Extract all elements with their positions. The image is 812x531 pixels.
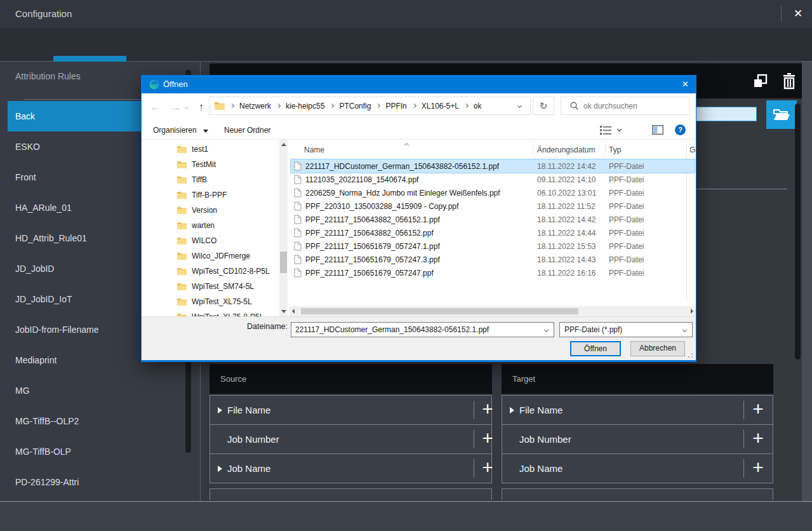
- content-scrollbar[interactable]: [795, 104, 801, 360]
- sidebar-item-mg[interactable]: MG: [0, 375, 201, 406]
- tree-folder[interactable]: WpiTest_XL75-5L: [177, 294, 252, 309]
- dialog-cancel-button[interactable]: Abbrechen: [630, 341, 685, 356]
- row-divider: [743, 459, 744, 478]
- scroll-right-icon[interactable]: [691, 309, 693, 314]
- tree-folder[interactable]: Version: [177, 203, 217, 218]
- resize-grip[interactable]: [688, 353, 693, 358]
- file-row[interactable]: 2206259_Norma_Hdz Jumbo mit Einleger Wei…: [291, 186, 695, 199]
- dialog-titlebar[interactable]: Öffnen ✕: [142, 76, 696, 93]
- tree-folder[interactable]: test1: [177, 142, 208, 157]
- breadcrumb-ptconfig[interactable]: PTConfig: [339, 102, 371, 111]
- tree-folder[interactable]: WpiTest_CD102-8-P5L: [177, 264, 270, 279]
- sidebar-item-mg-tiffb-olp2[interactable]: MG-TiffB--OLP2: [0, 406, 201, 436]
- tree-folder[interactable]: WpiTest_XL75-8-P5L: [177, 309, 263, 316]
- folder-label: warten: [192, 221, 215, 230]
- tree-folder[interactable]: warten: [177, 218, 215, 233]
- sidebar-item-mg-tiffb-olp[interactable]: MG-TiffB-OLP: [0, 436, 201, 467]
- add-icon[interactable]: +: [747, 399, 769, 420]
- recent-locations-icon[interactable]: [185, 105, 189, 109]
- folder-label: WpiTest_XL75-5L: [192, 297, 252, 306]
- source-row-file-name[interactable]: File Name +: [210, 395, 492, 425]
- preview-pane-icon[interactable]: [652, 125, 663, 135]
- folder-icon: [177, 222, 187, 229]
- column-separator[interactable]: [605, 143, 606, 157]
- trash-icon[interactable]: [782, 73, 798, 90]
- expand-arrow-icon[interactable]: [218, 407, 222, 413]
- tree-folder[interactable]: TestMit: [177, 157, 216, 172]
- organize-button[interactable]: Organisieren: [153, 126, 208, 135]
- file-row[interactable]: 221117_HDCustomer_German_150643882-05615…: [291, 159, 695, 173]
- close-icon[interactable]: ✕: [787, 0, 809, 28]
- file-icon: [294, 175, 302, 184]
- file-row[interactable]: PPF_220310_135003288_415909 - Copy.ppf 1…: [291, 199, 695, 213]
- refresh-icon[interactable]: ↻: [533, 97, 554, 115]
- filename-input[interactable]: [291, 323, 537, 337]
- add-icon[interactable]: +: [477, 399, 498, 420]
- expand-arrow-icon[interactable]: [218, 466, 222, 472]
- target-row-file-name[interactable]: File Name +: [502, 395, 773, 425]
- target-row-job-name[interactable]: Job Name +: [502, 454, 773, 483]
- search-box[interactable]: [561, 97, 690, 115]
- tree-folder[interactable]: TiffB: [177, 172, 207, 187]
- add-icon[interactable]: +: [747, 428, 769, 450]
- tree-scrollbar[interactable]: [279, 140, 288, 316]
- add-icon[interactable]: +: [747, 457, 769, 479]
- filename-dropdown-icon[interactable]: [544, 328, 549, 332]
- breadcrumb-ok[interactable]: ok: [474, 102, 482, 111]
- column-header-size[interactable]: Gr: [689, 142, 698, 158]
- breadcrumb-ppfin[interactable]: PPFIn: [385, 102, 406, 111]
- search-input[interactable]: [583, 102, 679, 111]
- scroll-left-icon[interactable]: [292, 309, 295, 314]
- breadcrumb-xl106[interactable]: XL106-5+L: [422, 102, 459, 111]
- filetype-combo[interactable]: PPF-Datei (*.ppf): [559, 322, 693, 337]
- target-row-job-number[interactable]: Job Number +: [502, 424, 773, 454]
- view-dropdown-icon[interactable]: [617, 127, 622, 131]
- address-bar[interactable]: Netzwerk kie-heipc55 PTConfig PPFIn XL10…: [209, 97, 531, 115]
- add-icon[interactable]: +: [477, 457, 498, 479]
- view-list-icon[interactable]: [600, 125, 611, 135]
- file-row[interactable]: PPF_221117_150651679_057247.1.ppf 18.11.…: [291, 239, 695, 253]
- dialog-body: test1 TestMit TiffB Tiff-B-PPF Version w…: [142, 140, 696, 316]
- add-icon[interactable]: +: [477, 428, 498, 450]
- tree-scroll-thumb[interactable]: [280, 252, 287, 273]
- help-icon[interactable]: ?: [675, 124, 686, 135]
- file-row[interactable]: PPF_221117_150643882_056152.ppf 18.11.20…: [291, 226, 695, 239]
- breadcrumb-kie-heipc55[interactable]: kie-heipc55: [286, 102, 324, 111]
- breadcrumb-netzwerk[interactable]: Netzwerk: [239, 102, 271, 111]
- tree-folder[interactable]: WpiTest_SM74-5L: [177, 279, 254, 294]
- file-row[interactable]: 1121035_20221108_1540674.ppf 09.11.2022 …: [291, 173, 695, 186]
- address-dropdown-icon[interactable]: [517, 104, 522, 108]
- open-button[interactable]: Öffnen: [570, 341, 621, 356]
- source-panel-title: Source: [220, 364, 246, 394]
- back-arrow-icon[interactable]: ←: [147, 93, 164, 121]
- sidebar-item-pd-261299[interactable]: PD-261299-Attri: [0, 467, 201, 497]
- file-row[interactable]: PPF_221117_150651679_057247.3.ppf 18.11.…: [291, 253, 695, 266]
- file-row[interactable]: PPF_221117_150643882_056152.1.ppf 18.11.…: [291, 213, 695, 226]
- forward-arrow-icon[interactable]: →: [167, 93, 185, 121]
- up-arrow-icon[interactable]: ↑: [192, 93, 210, 121]
- source-row-job-name[interactable]: Job Name +: [210, 454, 492, 483]
- hscroll-thumb[interactable]: [301, 308, 578, 314]
- column-header-date[interactable]: Änderungsdatum: [537, 142, 595, 158]
- browse-folder-button[interactable]: [766, 100, 797, 129]
- window-edge-strip: [802, 62, 812, 501]
- list-horizontal-scrollbar[interactable]: [290, 306, 696, 316]
- expand-arrow-icon[interactable]: [510, 407, 514, 413]
- filename-combo[interactable]: [291, 322, 554, 337]
- scroll-down-icon[interactable]: [281, 310, 286, 313]
- file-row[interactable]: PPF_221117_150651679_057247.ppf 18.11.20…: [291, 266, 695, 279]
- folder-icon: [177, 252, 187, 260]
- new-folder-button[interactable]: Neuer Ordner: [224, 126, 270, 135]
- scroll-up-icon[interactable]: [281, 143, 286, 146]
- footer-bar: Apply Save & Close Cancel: [0, 501, 812, 531]
- dialog-close-icon[interactable]: ✕: [675, 76, 696, 93]
- tree-folder[interactable]: Wilco_JDFmerge: [177, 248, 250, 264]
- column-separator[interactable]: [533, 143, 533, 157]
- row-divider: [743, 401, 744, 419]
- duplicate-icon[interactable]: [752, 73, 769, 90]
- column-header-type[interactable]: Typ: [609, 142, 621, 158]
- column-header-name[interactable]: Name: [304, 142, 324, 158]
- source-row-job-number[interactable]: Job Number +: [210, 424, 492, 454]
- tree-folder[interactable]: Tiff-B-PPF: [177, 187, 227, 203]
- tree-folder[interactable]: WILCO: [177, 233, 216, 248]
